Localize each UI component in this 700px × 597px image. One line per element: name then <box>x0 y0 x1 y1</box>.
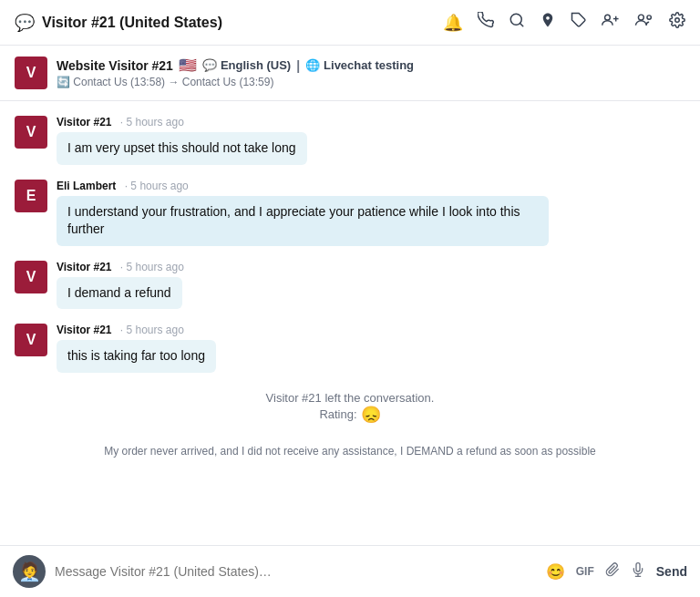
chat-icon: 💬 <box>15 13 35 33</box>
message-bubble-2: I understand your frustration, and I app… <box>57 196 549 246</box>
input-actions: 😊 GIF Send <box>546 562 687 582</box>
chat-area: V Visitor #21 · 5 hours ago I am very up… <box>0 101 700 545</box>
mic-icon[interactable] <box>631 562 645 582</box>
page-title: Visitor #21 (United States) <box>42 15 222 31</box>
agent-avatar-icon: 🧑‍💼 <box>18 561 41 582</box>
message-body-4: Visitor #21 · 5 hours ago this is taking… <box>57 324 685 373</box>
timestamp-3: · 5 hours ago <box>120 261 184 273</box>
header-title: 💬 Visitor #21 (United States) <box>15 13 443 33</box>
gif-icon[interactable]: GIF <box>576 565 594 578</box>
visitor-info-bar: V Website Visitor #21 🇺🇸 💬 English (US) … <box>0 46 700 101</box>
input-area: 🧑‍💼 😊 GIF Send <box>0 545 700 597</box>
livechat-badge: 🌐 Livechat testing <box>305 58 414 72</box>
team-icon[interactable] <box>634 12 654 33</box>
timestamp-2: · 5 hours ago <box>125 180 189 192</box>
message-meta-2: Eli Lambert · 5 hours ago <box>57 180 685 192</box>
system-left-message: Visitor #21 left the conversation. Ratin… <box>15 387 685 428</box>
feedback-text: My order never arrived, and I did not re… <box>15 443 685 459</box>
emoji-icon[interactable]: 😊 <box>546 562 565 582</box>
globe-icon: 🌐 <box>305 58 320 72</box>
visitor-avatar-msg3: V <box>15 261 47 293</box>
visitor-info-line1: Website Visitor #21 🇺🇸 💬 English (US) | … <box>57 57 685 74</box>
message-body-2: Eli Lambert · 5 hours ago I understand y… <box>57 180 685 246</box>
language-badge: 💬 English (US) <box>202 58 291 72</box>
settings-icon[interactable] <box>669 12 685 33</box>
add-agent-icon[interactable] <box>602 12 620 33</box>
message-bubble-1: I am very upset this should not take lon… <box>57 132 307 165</box>
tag-icon[interactable] <box>571 12 587 33</box>
visitor-info-content: Website Visitor #21 🇺🇸 💬 English (US) | … <box>57 57 685 88</box>
sad-face-icon: 😞 <box>361 405 381 425</box>
message-body-3: Visitor #21 · 5 hours ago I demand a ref… <box>57 261 685 310</box>
bell-icon[interactable]: 🔔 <box>443 13 463 33</box>
sender-name-4: Visitor #21 <box>57 324 111 336</box>
svg-point-7 <box>675 18 680 23</box>
send-button[interactable]: Send <box>656 564 687 579</box>
header: 💬 Visitor #21 (United States) 🔔 <box>0 0 700 46</box>
svg-point-2 <box>605 15 611 20</box>
phone-icon[interactable] <box>478 12 494 33</box>
message-bubble-4: this is taking far too long <box>57 340 216 373</box>
message-bubble-3: I demand a refund <box>57 277 182 310</box>
rating-line: Rating: 😞 <box>15 405 685 425</box>
visitor-avatar: V <box>15 57 47 89</box>
pin-icon[interactable] <box>540 12 556 33</box>
visitor-nav: 🔄 Contact Us (13:58) → Contact Us (13:59… <box>57 76 685 88</box>
flag-icon: 🇺🇸 <box>179 57 197 74</box>
svg-point-6 <box>647 15 651 19</box>
chat-message-3: V Visitor #21 · 5 hours ago I demand a r… <box>15 261 685 310</box>
sender-name-3: Visitor #21 <box>57 261 111 273</box>
chat-bubble-icon: 💬 <box>202 58 217 72</box>
visitor-avatar-msg4: V <box>15 324 47 356</box>
chat-message-agent: E Eli Lambert · 5 hours ago I understand… <box>15 180 685 246</box>
timestamp-1: · 5 hours ago <box>120 116 184 129</box>
chat-message: V Visitor #21 · 5 hours ago I am very up… <box>15 116 685 165</box>
sender-name-1: Visitor #21 <box>57 116 111 129</box>
header-actions: 🔔 <box>443 12 685 33</box>
message-meta-1: Visitor #21 · 5 hours ago <box>57 116 685 129</box>
timestamp-4: · 5 hours ago <box>120 324 184 336</box>
message-meta-3: Visitor #21 · 5 hours ago <box>57 261 685 273</box>
attachment-icon[interactable] <box>605 562 620 582</box>
agent-avatar-msg2: E <box>15 180 47 212</box>
search-icon[interactable] <box>509 12 525 33</box>
message-body-1: Visitor #21 · 5 hours ago I am very upse… <box>57 116 685 165</box>
message-meta-4: Visitor #21 · 5 hours ago <box>57 324 685 336</box>
message-input[interactable] <box>55 564 537 579</box>
visitor-avatar-msg1: V <box>15 116 47 149</box>
visitor-name: Website Visitor #21 <box>57 58 173 73</box>
sender-name-2: Eli Lambert <box>57 180 116 192</box>
chat-message-4: V Visitor #21 · 5 hours ago this is taki… <box>15 324 685 373</box>
agent-avatar-input: 🧑‍💼 <box>13 555 46 588</box>
svg-point-5 <box>638 15 643 20</box>
